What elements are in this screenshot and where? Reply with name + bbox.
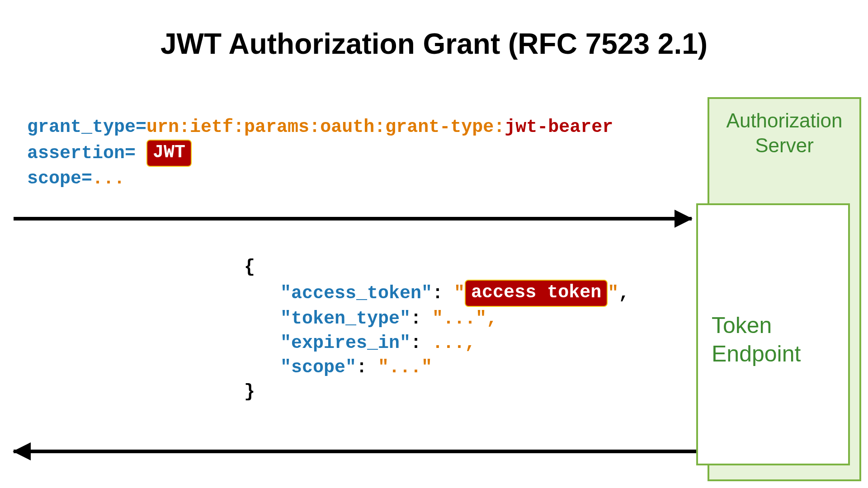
comma: , bbox=[618, 283, 629, 304]
colon: : bbox=[410, 333, 421, 353]
param-key-assertion: assertion bbox=[27, 143, 125, 164]
json-value-expires-in: ..., bbox=[432, 333, 476, 353]
param-key-scope: scope bbox=[27, 169, 81, 189]
param-value-scope: ... bbox=[92, 169, 125, 189]
access-token-pill: access token bbox=[465, 280, 608, 307]
response-line-expires-in: "expires_in": ..., bbox=[280, 331, 629, 356]
response-json-block: { "access_token": "access token", "token… bbox=[244, 255, 629, 404]
close-quote: " bbox=[608, 283, 618, 304]
equals-sign: = bbox=[81, 169, 92, 189]
request-line-assertion: assertion= JWT bbox=[27, 140, 613, 167]
json-key-expires-in: "expires_in" bbox=[280, 333, 410, 353]
jwt-pill: JWT bbox=[146, 140, 192, 167]
colon: : bbox=[432, 283, 443, 304]
request-params-block: grant_type=urn:ietf:params:oauth:grant-t… bbox=[27, 115, 613, 191]
request-arrow bbox=[14, 217, 692, 221]
response-line-scope: "scope": "..." bbox=[280, 356, 629, 380]
brace-open: { bbox=[244, 255, 629, 280]
response-arrow bbox=[14, 450, 696, 453]
request-line-grant-type: grant_type=urn:ietf:params:oauth:grant-t… bbox=[27, 115, 613, 140]
param-key-grant-type: grant_type bbox=[27, 117, 136, 137]
slide-title: JWT Authorization Grant (RFC 7523 2.1) bbox=[0, 27, 868, 61]
response-line-access-token: "access_token": "access token", bbox=[280, 280, 629, 307]
token-endpoint-box: Token Endpoint bbox=[696, 203, 850, 465]
open-quote: " bbox=[454, 283, 465, 304]
json-value-token-type: "...", bbox=[432, 309, 497, 329]
json-key-scope: "scope" bbox=[280, 357, 356, 378]
colon: : bbox=[410, 309, 421, 329]
equals-sign: = bbox=[125, 143, 136, 164]
equals-sign: = bbox=[136, 117, 146, 137]
json-value-scope: "..." bbox=[378, 357, 432, 378]
json-key-token-type: "token_type" bbox=[280, 309, 410, 329]
authorization-server-label: Authorization Server bbox=[709, 108, 859, 158]
json-key-access-token: "access_token" bbox=[280, 283, 432, 304]
brace-close: } bbox=[244, 380, 629, 404]
request-line-scope: scope=... bbox=[27, 167, 613, 191]
response-line-token-type: "token_type": "...", bbox=[280, 307, 629, 331]
param-value-jwt-bearer: jwt-bearer bbox=[505, 117, 613, 137]
param-value-urn: urn:ietf:params:oauth:grant-type: bbox=[146, 117, 505, 137]
token-endpoint-label: Token Endpoint bbox=[712, 311, 839, 368]
colon: : bbox=[356, 357, 367, 378]
